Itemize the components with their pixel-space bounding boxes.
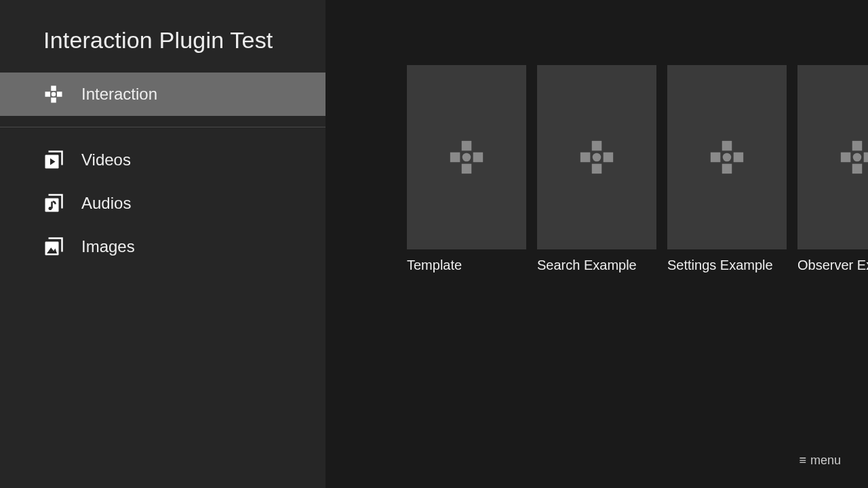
svg-rect-15 (473, 152, 484, 163)
card-thumb (407, 65, 526, 249)
sidebar-item-images[interactable]: Images (0, 225, 326, 268)
svg-point-26 (723, 153, 732, 162)
svg-rect-17 (592, 141, 602, 151)
svg-rect-27 (852, 141, 863, 151)
hamburger-icon: ≡ (799, 453, 805, 468)
svg-rect-25 (734, 152, 744, 163)
card-template[interactable]: Template (407, 65, 526, 273)
cards-row: Template Search Example (407, 65, 868, 273)
svg-rect-20 (604, 152, 614, 163)
content-area: Template Search Example (326, 0, 868, 488)
svg-rect-28 (852, 164, 863, 174)
sidebar-item-videos[interactable]: Videos (0, 138, 326, 182)
svg-rect-0 (51, 86, 56, 92)
svg-rect-24 (711, 152, 721, 163)
svg-rect-18 (592, 164, 602, 174)
image-collection-icon (43, 237, 64, 257)
svg-rect-22 (722, 141, 732, 151)
card-settings-example[interactable]: Settings Example (667, 65, 787, 273)
svg-rect-3 (57, 92, 62, 97)
svg-rect-19 (580, 152, 591, 163)
dpad-icon (577, 138, 616, 177)
card-search-example[interactable]: Search Example (537, 65, 656, 273)
svg-point-16 (462, 153, 471, 162)
sidebar-title: Interaction Plugin Test (0, 0, 326, 73)
svg-rect-13 (462, 164, 472, 174)
sidebar: Interaction Plugin Test Interaction Vide… (0, 0, 326, 488)
card-observer-example[interactable]: Observer Example (797, 65, 868, 273)
sidebar-item-label: Audios (81, 194, 131, 213)
svg-rect-1 (51, 98, 56, 103)
svg-rect-2 (45, 92, 51, 97)
dpad-icon (447, 138, 486, 177)
sidebar-item-label: Interaction (81, 85, 157, 104)
dpad-icon (837, 138, 868, 177)
svg-rect-12 (462, 141, 472, 151)
svg-point-4 (52, 92, 56, 97)
svg-rect-30 (864, 152, 868, 163)
video-collection-icon (43, 150, 64, 170)
sidebar-item-interaction[interactable]: Interaction (0, 73, 326, 116)
card-thumb (667, 65, 787, 249)
card-label: Search Example (537, 258, 656, 273)
card-label: Observer Example (797, 258, 868, 273)
svg-point-31 (853, 153, 862, 162)
svg-rect-29 (841, 152, 851, 163)
sidebar-item-label: Videos (81, 150, 131, 169)
dpad-icon (43, 84, 64, 104)
card-thumb (797, 65, 868, 249)
card-label: Template (407, 258, 526, 273)
svg-point-21 (593, 153, 601, 162)
sidebar-item-label: Images (81, 237, 135, 256)
svg-rect-23 (722, 164, 732, 174)
audio-collection-icon (43, 193, 64, 214)
card-label: Settings Example (667, 258, 787, 273)
dpad-icon (707, 138, 747, 177)
sidebar-item-audios[interactable]: Audios (0, 182, 326, 225)
svg-rect-9 (51, 202, 53, 209)
sidebar-divider (0, 127, 326, 127)
svg-rect-14 (450, 152, 460, 163)
menu-label: menu (810, 453, 841, 468)
card-thumb (537, 65, 656, 249)
menu-button[interactable]: ≡ menu (799, 453, 841, 468)
